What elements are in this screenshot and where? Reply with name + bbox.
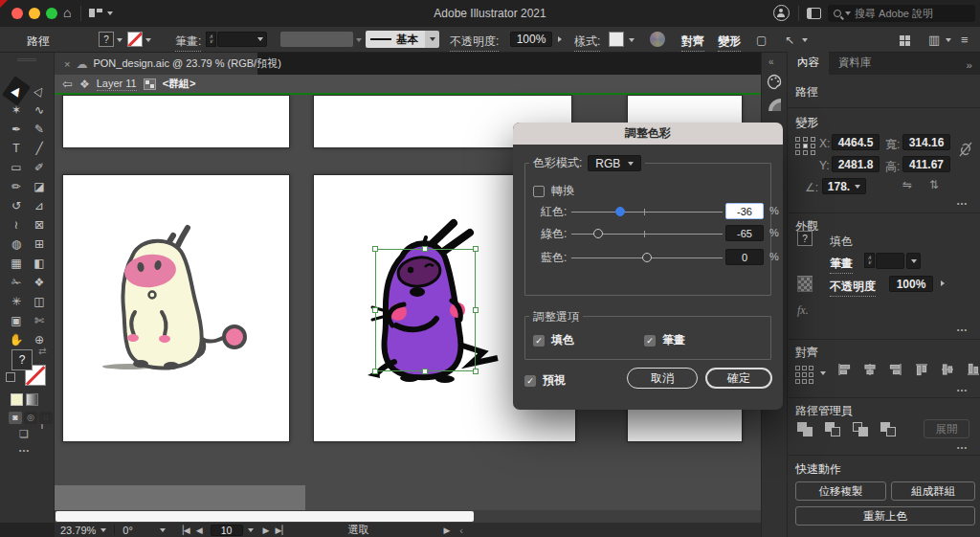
document-tab[interactable]: × ☁ PON_design.aic @ 23.79 % (RGB/預視) bbox=[55, 53, 257, 75]
style-swatch[interactable] bbox=[609, 32, 624, 47]
artboard-number-input[interactable]: 10 bbox=[211, 525, 243, 536]
selection-handle[interactable] bbox=[473, 369, 479, 374]
selection-handle[interactable] bbox=[422, 369, 428, 374]
blend-tool[interactable]: ❖ bbox=[28, 273, 51, 292]
back-arrow-icon[interactable]: ⇦ bbox=[62, 77, 73, 91]
panel-grip[interactable] bbox=[17, 58, 36, 61]
slice-tool[interactable]: ✄ bbox=[28, 311, 51, 330]
align-top-icon[interactable] bbox=[915, 363, 928, 376]
pathfinder-unite-icon[interactable] bbox=[797, 422, 816, 437]
slider-handle[interactable] bbox=[615, 207, 625, 216]
stroke-weight-chevron[interactable] bbox=[906, 253, 921, 269]
pathfinder-more-icon[interactable]: … bbox=[956, 438, 969, 452]
scale-tool[interactable]: ⊿ bbox=[28, 196, 51, 215]
convert-checkbox[interactable] bbox=[533, 186, 545, 197]
flip-horizontal-icon[interactable]: ⇋ bbox=[902, 178, 912, 191]
select-similar-icon[interactable]: ↖ bbox=[785, 34, 794, 47]
swap-fill-stroke-icon[interactable]: ⇄ bbox=[38, 346, 46, 356]
transform-button[interactable]: 變形 bbox=[718, 34, 741, 52]
arrange-icon[interactable] bbox=[900, 35, 910, 46]
fill-checkbox[interactable]: ✓ bbox=[533, 335, 545, 347]
chevron-down-icon[interactable] bbox=[629, 38, 635, 42]
fx-button[interactable]: fx. bbox=[797, 303, 809, 318]
panel-layout-icon[interactable] bbox=[807, 8, 821, 19]
appearance-more-icon[interactable]: … bbox=[956, 321, 969, 334]
appearance-opacity-label[interactable]: 不透明度 bbox=[830, 279, 876, 297]
shape-builder-tool[interactable]: ◍ bbox=[5, 235, 28, 254]
screen-mode-icon[interactable]: ❏ bbox=[19, 428, 29, 440]
hand-tool[interactable]: ✋ bbox=[5, 330, 28, 349]
selection-bounding-box[interactable] bbox=[375, 249, 476, 371]
curvature-tool[interactable]: ✎ bbox=[28, 120, 51, 139]
free-transform-tool[interactable]: ⊠ bbox=[28, 215, 51, 235]
x-input[interactable]: 4464.5 bbox=[832, 134, 880, 150]
align-to-icon[interactable] bbox=[795, 366, 813, 384]
paintbrush-tool[interactable]: ✐ bbox=[28, 158, 51, 177]
pathfinder-intersect-icon[interactable] bbox=[853, 422, 872, 437]
selection-handle[interactable] bbox=[372, 369, 378, 374]
zoom-level[interactable]: 23.79% bbox=[60, 525, 96, 536]
shaper-tool[interactable]: ✏ bbox=[5, 177, 28, 196]
chevron-down-icon[interactable] bbox=[117, 38, 122, 42]
chevron-down-icon[interactable] bbox=[820, 371, 826, 375]
stroke-weight-stepper[interactable]: ∧∨ bbox=[206, 32, 216, 47]
offset-copy-button[interactable]: 位移複製 bbox=[795, 481, 886, 501]
slider-value-input[interactable]: -65 bbox=[725, 225, 764, 241]
style-label[interactable]: 樣式: bbox=[574, 34, 600, 52]
graph-tool[interactable]: ◫ bbox=[28, 292, 51, 311]
slider-handle[interactable] bbox=[593, 229, 603, 238]
slider-handle[interactable] bbox=[642, 253, 652, 262]
close-tab-icon[interactable]: × bbox=[64, 58, 70, 70]
flip-vertical-icon[interactable]: ⇅ bbox=[929, 178, 939, 191]
cream-creature-illustration[interactable] bbox=[91, 213, 254, 380]
selection-handle[interactable] bbox=[422, 246, 428, 252]
gradient-mode-swatch[interactable] bbox=[26, 393, 38, 406]
recolor-artwork-icon[interactable] bbox=[650, 32, 665, 47]
horizontal-scrollbar[interactable] bbox=[55, 510, 761, 523]
stroke-weight-label[interactable]: 筆畫: bbox=[175, 34, 201, 52]
mesh-tool[interactable]: ▦ bbox=[5, 254, 28, 273]
slider-value-input[interactable]: 0 bbox=[725, 249, 764, 265]
preview-row[interactable]: ✓ 預視 bbox=[524, 372, 566, 389]
align-right-icon[interactable] bbox=[889, 363, 902, 376]
rotation-value[interactable]: 0° bbox=[122, 525, 133, 536]
scroll-left-icon[interactable]: ‹ bbox=[459, 525, 463, 536]
gradient-tool[interactable]: ◧ bbox=[28, 254, 51, 273]
transform-more-icon[interactable]: … bbox=[956, 194, 969, 208]
chevron-down-icon[interactable] bbox=[802, 38, 808, 42]
stroke-weight-input[interactable] bbox=[876, 253, 904, 269]
color-mode-swatch[interactable] bbox=[11, 393, 23, 406]
cancel-button[interactable]: 取消 bbox=[627, 368, 698, 389]
align-left-icon[interactable] bbox=[837, 363, 851, 376]
selection-handle[interactable] bbox=[372, 307, 378, 313]
reference-point-grid[interactable] bbox=[795, 137, 816, 155]
status-menu-icon[interactable]: ▶ bbox=[443, 526, 450, 535]
appearance-opacity-input[interactable]: 100% bbox=[889, 276, 933, 292]
breadcrumb-layer[interactable]: Layer 11 bbox=[97, 78, 137, 91]
selection-handle[interactable] bbox=[372, 246, 378, 252]
gradient-panel-icon[interactable] bbox=[767, 97, 783, 113]
stroke-checkbox[interactable]: ✓ bbox=[644, 335, 656, 347]
align-bottom-icon[interactable] bbox=[967, 363, 980, 376]
account-icon[interactable] bbox=[773, 5, 790, 21]
chevron-down-icon[interactable] bbox=[145, 38, 151, 42]
rotation-input[interactable]: 178. bbox=[822, 178, 866, 194]
align-more-icon[interactable]: … bbox=[956, 381, 969, 394]
stroke-weight-stepper[interactable]: ∧∨ bbox=[864, 253, 875, 268]
scrollbar-thumb[interactable] bbox=[56, 511, 474, 522]
preview-checkbox[interactable]: ✓ bbox=[524, 375, 536, 387]
tab-content[interactable]: 內容 bbox=[788, 52, 829, 75]
opacity-label[interactable]: 不透明度: bbox=[450, 34, 499, 52]
fill-indicator[interactable]: ? bbox=[11, 349, 33, 370]
workspace-icon[interactable]: ▥ bbox=[928, 33, 940, 47]
selection-handle[interactable] bbox=[473, 307, 479, 313]
align-button[interactable]: 對齊 bbox=[681, 34, 704, 52]
color-mode-select[interactable]: RGB bbox=[588, 155, 641, 171]
artboard-tool[interactable]: ▣ bbox=[5, 311, 28, 330]
ok-button[interactable]: 確定 bbox=[705, 368, 772, 389]
brush-definition-chevron[interactable] bbox=[425, 31, 439, 48]
stroke-weight-input[interactable] bbox=[217, 32, 267, 47]
appearance-opacity-swatch[interactable] bbox=[797, 277, 813, 292]
fill-color-swatch[interactable]: ? bbox=[99, 32, 114, 47]
eraser-tool[interactable]: ◪ bbox=[28, 177, 51, 196]
